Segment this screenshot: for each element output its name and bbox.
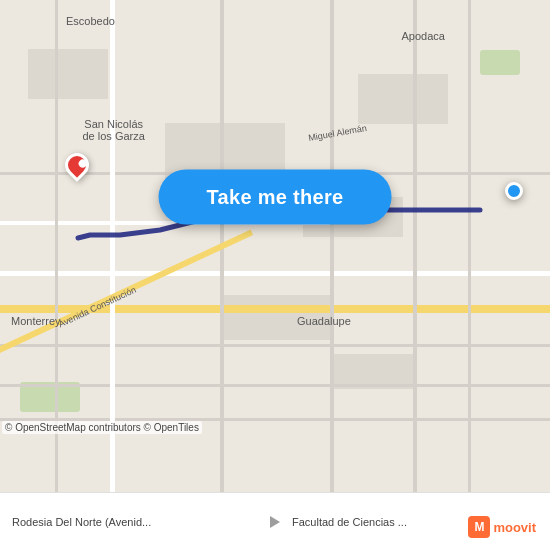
road-vertical — [110, 0, 115, 492]
city-label-guadalupe: Guadalupe — [297, 315, 351, 327]
park-area — [480, 50, 520, 75]
app: Escobedo San Nicolásde los Garza Apodaca… — [0, 0, 550, 550]
city-label-escobedo: Escobedo — [66, 15, 115, 27]
footer: Rodesia Del Norte (Avenid... Facultad de… — [0, 492, 550, 550]
moovit-logo: M moovit — [464, 514, 540, 540]
road-vertical — [330, 0, 334, 492]
footer-from-label: Rodesia Del Norte (Avenid... — [12, 516, 258, 528]
city-label-monterrey: Monterrey — [11, 315, 61, 327]
origin-marker — [63, 153, 91, 187]
road-vertical — [413, 0, 417, 492]
map-attribution: © OpenStreetMap contributors © OpenTiles — [2, 421, 202, 434]
map-area: Escobedo San Nicolásde los Garza Apodaca… — [0, 0, 550, 492]
road-vertical — [55, 0, 58, 492]
take-me-there-button[interactable]: Take me there — [159, 169, 392, 224]
pin-dot — [77, 158, 88, 169]
road-vertical — [468, 0, 471, 492]
pin-body — [60, 148, 94, 182]
footer-arrow — [270, 516, 280, 528]
moovit-text: moovit — [493, 520, 536, 535]
city-block — [358, 74, 448, 124]
footer-from: Rodesia Del Norte (Avenid... — [12, 516, 258, 528]
button-overlay: Take me there — [159, 169, 392, 224]
city-block — [28, 49, 108, 99]
destination-marker — [505, 182, 523, 200]
city-label-san-nicolas: San Nicolásde los Garza — [83, 118, 145, 142]
city-label-apodaca: Apodaca — [402, 30, 445, 42]
arrow-right-icon — [270, 516, 280, 528]
moovit-icon: M — [468, 516, 490, 538]
